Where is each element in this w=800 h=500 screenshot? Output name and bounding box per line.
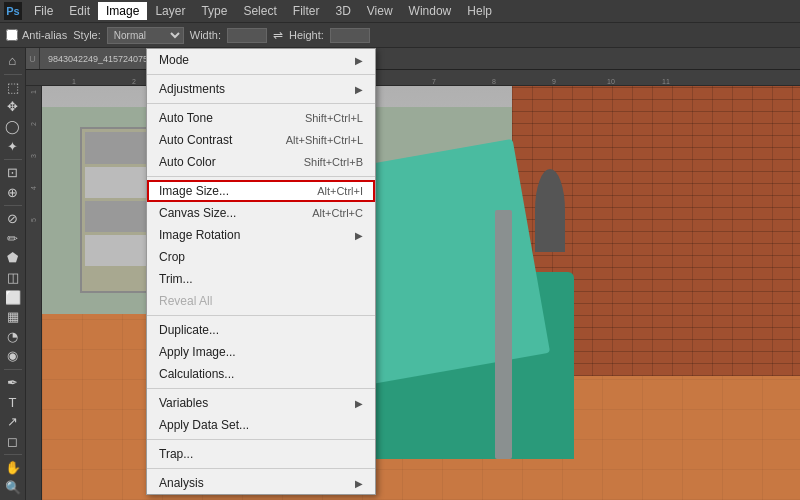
- menu-image-rotation-arrow: ▶: [355, 230, 363, 241]
- menu-filter[interactable]: Filter: [285, 2, 328, 20]
- menu-auto-contrast-shortcut: Alt+Shift+Ctrl+L: [286, 134, 363, 146]
- menu-trim[interactable]: Trim...: [147, 268, 375, 290]
- tool-eyedropper[interactable]: ⊕: [2, 183, 24, 201]
- menu-select[interactable]: Select: [235, 2, 284, 20]
- anti-alias-label: Anti-alias: [22, 29, 67, 41]
- menu-edit[interactable]: Edit: [61, 2, 98, 20]
- menubar: Ps File Edit Image Layer Type Select Fil…: [0, 0, 800, 22]
- tool-clone[interactable]: ⬟: [2, 249, 24, 267]
- height-input[interactable]: [330, 28, 370, 43]
- toolbar-divider-2: [4, 159, 22, 160]
- style-select[interactable]: Normal Fixed Ratio Fixed Size: [107, 27, 184, 44]
- menu-image-rotation-label: Image Rotation: [159, 228, 240, 242]
- tool-home[interactable]: ⌂: [2, 52, 24, 70]
- menu-auto-color-label: Auto Color: [159, 155, 216, 169]
- width-input[interactable]: [227, 28, 267, 43]
- menu-auto-tone[interactable]: Auto Tone Shift+Ctrl+L: [147, 107, 375, 129]
- anti-alias-checkbox[interactable]: [6, 29, 18, 41]
- tool-dodge[interactable]: ◉: [2, 347, 24, 365]
- menu-auto-color-shortcut: Shift+Ctrl+B: [304, 156, 363, 168]
- menu-duplicate[interactable]: Duplicate...: [147, 319, 375, 341]
- menu-auto-contrast[interactable]: Auto Contrast Alt+Shift+Ctrl+L: [147, 129, 375, 151]
- menu-type[interactable]: Type: [193, 2, 235, 20]
- swap-icon: ⇌: [273, 28, 283, 42]
- menu-apply-image-label: Apply Image...: [159, 345, 236, 359]
- width-label: Width:: [190, 29, 221, 41]
- tool-move[interactable]: ✥: [2, 98, 24, 116]
- sep-4: [147, 315, 375, 316]
- tool-hand[interactable]: ✋: [2, 459, 24, 477]
- sep-7: [147, 468, 375, 469]
- menu-auto-contrast-label: Auto Contrast: [159, 133, 232, 147]
- menu-variables-arrow: ▶: [355, 398, 363, 409]
- menu-layer[interactable]: Layer: [147, 2, 193, 20]
- tool-magic-wand[interactable]: ✦: [2, 137, 24, 155]
- tool-zoom[interactable]: 🔍: [2, 478, 24, 496]
- menu-image[interactable]: Image: [98, 2, 147, 20]
- tool-history[interactable]: ◫: [2, 269, 24, 287]
- menu-window[interactable]: Window: [401, 2, 460, 20]
- menu-3d[interactable]: 3D: [327, 2, 358, 20]
- tool-gradient[interactable]: ▦: [2, 308, 24, 326]
- height-label: Height:: [289, 29, 324, 41]
- menu-crop[interactable]: Crop: [147, 246, 375, 268]
- tool-brush[interactable]: ✏: [2, 229, 24, 247]
- tool-crop[interactable]: ⊡: [2, 164, 24, 182]
- tool-path-select[interactable]: ↗: [2, 413, 24, 431]
- menu-canvas-size-shortcut: Alt+Ctrl+C: [312, 207, 363, 219]
- menu-variables[interactable]: Variables ▶: [147, 392, 375, 414]
- toolbar: ⌂ ⬚ ✥ ◯ ✦ ⊡ ⊕ ⊘ ✏ ⬟ ◫ ⬜ ▦ ◔ ◉ ✒ T ↗ ◻ ✋ …: [0, 48, 26, 500]
- menu-reveal-all: Reveal All: [147, 290, 375, 312]
- sep-3: [147, 176, 375, 177]
- sep-2: [147, 103, 375, 104]
- main-area: ⌂ ⬚ ✥ ◯ ✦ ⊡ ⊕ ⊘ ✏ ⬟ ◫ ⬜ ▦ ◔ ◉ ✒ T ↗ ◻ ✋ …: [0, 48, 800, 500]
- menu-image-size[interactable]: Image Size... Alt+Ctrl+I: [147, 180, 375, 202]
- menu-apply-data-set[interactable]: Apply Data Set...: [147, 414, 375, 436]
- menu-crop-label: Crop: [159, 250, 185, 264]
- menu-duplicate-label: Duplicate...: [159, 323, 219, 337]
- app-logo: Ps: [4, 2, 22, 20]
- toolbar-divider-4: [4, 369, 22, 370]
- menu-view[interactable]: View: [359, 2, 401, 20]
- toolbar-divider-5: [4, 454, 22, 455]
- tool-heal[interactable]: ⊘: [2, 210, 24, 228]
- sep-1: [147, 74, 375, 75]
- menu-mode-label: Mode: [159, 53, 189, 67]
- menu-image-rotation[interactable]: Image Rotation ▶: [147, 224, 375, 246]
- tool-blur[interactable]: ◔: [2, 328, 24, 346]
- menu-auto-tone-shortcut: Shift+Ctrl+L: [305, 112, 363, 124]
- menu-image-size-shortcut: Alt+Ctrl+I: [317, 185, 363, 197]
- menu-help[interactable]: Help: [459, 2, 500, 20]
- menu-trap-label: Trap...: [159, 447, 193, 461]
- menu-variables-label: Variables: [159, 396, 208, 410]
- menu-adjustments-label: Adjustments: [159, 82, 225, 96]
- menu-auto-tone-label: Auto Tone: [159, 111, 213, 125]
- menu-canvas-size-label: Canvas Size...: [159, 206, 236, 220]
- menu-analysis[interactable]: Analysis ▶: [147, 472, 375, 494]
- menu-calculations[interactable]: Calculations...: [147, 363, 375, 385]
- menu-auto-color[interactable]: Auto Color Shift+Ctrl+B: [147, 151, 375, 173]
- tool-marquee[interactable]: ⬚: [2, 78, 24, 96]
- menu-image-size-label: Image Size...: [159, 184, 229, 198]
- tool-shape[interactable]: ◻: [2, 432, 24, 450]
- menu-calculations-label: Calculations...: [159, 367, 234, 381]
- menu-canvas-size[interactable]: Canvas Size... Alt+Ctrl+C: [147, 202, 375, 224]
- menu-adjustments[interactable]: Adjustments ▶: [147, 78, 375, 100]
- menu-adjustments-arrow: ▶: [355, 84, 363, 95]
- menu-mode-arrow: ▶: [355, 55, 363, 66]
- menu-trap[interactable]: Trap...: [147, 443, 375, 465]
- tool-pen[interactable]: ✒: [2, 374, 24, 392]
- toolbar-divider-3: [4, 205, 22, 206]
- tool-lasso[interactable]: ◯: [2, 118, 24, 136]
- style-label: Style:: [73, 29, 101, 41]
- menu-analysis-arrow: ▶: [355, 478, 363, 489]
- menu-apply-image[interactable]: Apply Image...: [147, 341, 375, 363]
- menu-apply-data-set-label: Apply Data Set...: [159, 418, 249, 432]
- tool-eraser[interactable]: ⬜: [2, 288, 24, 306]
- menu-mode[interactable]: Mode ▶: [147, 49, 375, 71]
- tool-text[interactable]: T: [2, 393, 24, 411]
- sep-5: [147, 388, 375, 389]
- menu-reveal-all-label: Reveal All: [159, 294, 212, 308]
- options-bar: Anti-alias Style: Normal Fixed Ratio Fix…: [0, 22, 800, 48]
- menu-file[interactable]: File: [26, 2, 61, 20]
